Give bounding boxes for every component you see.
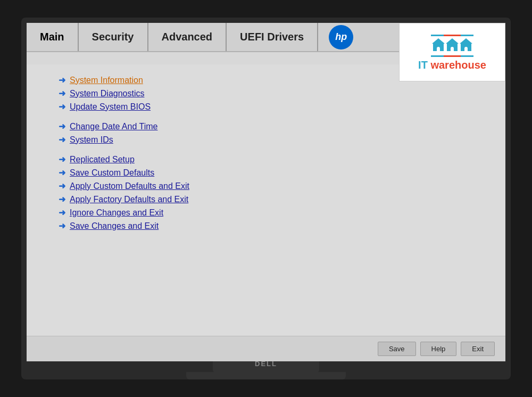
link-system-ids[interactable]: System IDs xyxy=(70,135,113,145)
arrow-icon-6: ➜ xyxy=(59,154,65,164)
menu-group-2: ➜ Change Date And Time ➜ System IDs xyxy=(59,121,473,145)
house-1-body xyxy=(433,44,444,51)
house-1 xyxy=(432,38,445,51)
house-3 xyxy=(460,38,472,51)
bottom-bar: Save Help Exit xyxy=(27,336,505,361)
monitor-brand-label: DELL xyxy=(255,360,277,368)
link-apply-factory[interactable]: Apply Factory Defaults and Exit xyxy=(70,195,188,204)
menu-group-3: ➜ Replicated Setup ➜ Save Custom Default… xyxy=(59,154,473,231)
monitor-frame: IT warehouse Main Security Advanced UEFI… xyxy=(21,18,511,379)
screen: IT warehouse Main Security Advanced UEFI… xyxy=(27,23,505,361)
tab-advanced[interactable]: Advanced xyxy=(148,23,227,51)
link-ignore-changes[interactable]: Ignore Changes and Exit xyxy=(70,208,163,218)
menu-item-ignore-changes[interactable]: ➜ Ignore Changes and Exit xyxy=(59,208,473,218)
watermark-line-bottom xyxy=(431,55,473,57)
monitor-stand: DELL xyxy=(213,361,319,372)
link-save-changes[interactable]: Save Changes and Exit xyxy=(70,221,159,231)
menu-item-save-changes[interactable]: ➜ Save Changes and Exit xyxy=(59,221,473,231)
menu-item-apply-factory[interactable]: ➜ Apply Factory Defaults and Exit xyxy=(59,194,473,204)
link-update-bios[interactable]: Update System BIOS xyxy=(70,102,151,112)
bios-screen: IT warehouse Main Security Advanced UEFI… xyxy=(27,23,505,361)
link-date-time[interactable]: Change Date And Time xyxy=(70,122,157,131)
arrow-icon-3: ➜ xyxy=(59,102,65,112)
menu-item-replicated[interactable]: ➜ Replicated Setup xyxy=(59,154,473,164)
watermark-it-text: IT xyxy=(418,59,430,71)
menu-item-date-time[interactable]: ➜ Change Date And Time xyxy=(59,121,473,131)
menu-item-system-ids[interactable]: ➜ System IDs xyxy=(59,135,473,145)
watermark-lines-top xyxy=(431,35,473,36)
tab-uefi[interactable]: UEFI Drivers xyxy=(227,23,318,51)
link-system-info[interactable]: System Information xyxy=(70,76,143,85)
watermark-houses-row xyxy=(432,38,472,51)
hp-logo: hp xyxy=(329,25,353,49)
save-button[interactable]: Save xyxy=(378,342,416,356)
arrow-icon-11: ➜ xyxy=(59,221,65,231)
exit-button[interactable]: Exit xyxy=(461,342,495,356)
arrow-icon-10: ➜ xyxy=(59,208,65,218)
watermark-warehouse-text: warehouse xyxy=(430,59,486,71)
house-2-body xyxy=(447,44,458,51)
arrow-icon-1: ➜ xyxy=(59,75,65,85)
menu-item-update-bios[interactable]: ➜ Update System BIOS xyxy=(59,102,473,112)
house-2-roof xyxy=(446,38,459,44)
arrow-icon-9: ➜ xyxy=(59,194,65,204)
watermark: IT warehouse xyxy=(399,23,505,81)
arrow-icon-5: ➜ xyxy=(59,135,65,145)
arrow-icon-2: ➜ xyxy=(59,88,65,98)
menu-item-system-diag[interactable]: ➜ System Diagnostics xyxy=(59,88,473,98)
content-area: ➜ System Information ➜ System Diagnostic… xyxy=(27,64,505,336)
monitor-base xyxy=(186,372,346,379)
house-1-roof xyxy=(432,38,445,44)
link-system-diag[interactable]: System Diagnostics xyxy=(70,89,145,98)
house-3-body xyxy=(461,44,471,51)
tab-security[interactable]: Security xyxy=(79,23,148,51)
house-2 xyxy=(446,38,459,51)
tab-main[interactable]: Main xyxy=(37,23,79,51)
arrow-icon-7: ➜ xyxy=(59,168,65,178)
house-3-roof xyxy=(460,38,472,44)
link-save-custom[interactable]: Save Custom Defaults xyxy=(70,168,154,178)
menu-item-apply-custom[interactable]: ➜ Apply Custom Defaults and Exit xyxy=(59,181,473,191)
link-replicated[interactable]: Replicated Setup xyxy=(70,155,135,164)
menu-item-save-custom[interactable]: ➜ Save Custom Defaults xyxy=(59,168,473,178)
arrow-icon-4: ➜ xyxy=(59,121,65,131)
arrow-icon-8: ➜ xyxy=(59,181,65,191)
help-button[interactable]: Help xyxy=(420,342,457,356)
link-apply-custom[interactable]: Apply Custom Defaults and Exit xyxy=(70,181,189,191)
watermark-brand-text: IT warehouse xyxy=(418,59,486,71)
